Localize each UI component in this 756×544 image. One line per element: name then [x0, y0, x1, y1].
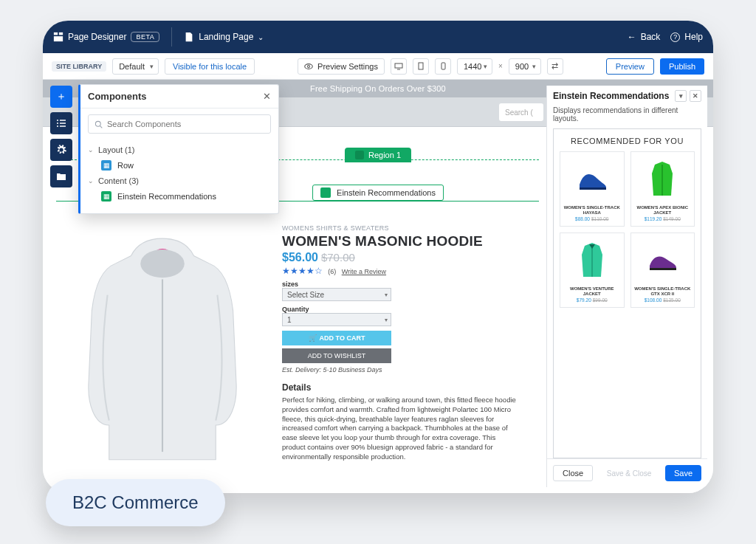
- delivery-estimate: Est. Delivery: 5-10 Business Days: [282, 366, 539, 373]
- size-select[interactable]: Select Size: [282, 288, 391, 301]
- einstein-panel-subtitle: Displays recommendations in different la…: [547, 106, 707, 128]
- publish-button[interactable]: Publish: [660, 58, 704, 75]
- desktop-icon: [394, 63, 403, 70]
- components-panel: Components ✕ ⌄ Layout (1) ▦ Row: [78, 84, 279, 214]
- toolbar: SITE LIBRARY Default Visible for this lo…: [43, 53, 713, 80]
- rail-assets-button[interactable]: [50, 165, 72, 187]
- site-select[interactable]: Default: [112, 58, 159, 75]
- help-icon: ?: [670, 32, 680, 42]
- landing-page-label: Landing Page: [199, 32, 253, 42]
- rec-name: WOMEN'S VENTURE JACKET: [562, 286, 622, 296]
- back-label: Back: [641, 32, 661, 42]
- svg-point-3: [305, 63, 313, 69]
- svg-rect-0: [54, 32, 58, 35]
- chevron-down-icon: ⌄: [88, 177, 94, 185]
- rec-name: WOMEN'S SINGLE-TRACK HAYASA: [562, 205, 622, 215]
- device-tablet-button[interactable]: [413, 58, 429, 75]
- rec-item[interactable]: WOMEN'S SINGLE-TRACK HAYASA $88.00$110.0…: [560, 151, 625, 227]
- close-icon: ✕: [693, 92, 698, 100]
- svg-point-9: [140, 249, 185, 278]
- gear-icon: [56, 145, 66, 155]
- arrow-left-icon: ←: [628, 32, 636, 42]
- content-group[interactable]: ⌄ Content (3): [88, 173, 271, 188]
- rec-name: WOMEN'S SINGLE-TRACK GTX XCR II: [633, 286, 693, 296]
- plus-icon: ＋: [56, 90, 66, 103]
- svg-rect-5: [395, 63, 402, 68]
- rec-item[interactable]: WOMEN'S APEX BIONIC JACKET $119.20$149.0…: [630, 151, 695, 227]
- svg-rect-8: [441, 63, 445, 69]
- product-label-pill: B2C Commerce: [46, 479, 225, 526]
- svg-rect-2: [54, 36, 63, 41]
- add-to-wishlist-button[interactable]: ADD TO WISHLIST: [282, 348, 391, 363]
- eye-icon: [304, 62, 313, 71]
- region-tab[interactable]: Region 1: [345, 148, 411, 162]
- panel-close-footer-button[interactable]: Close: [553, 465, 593, 481]
- svg-point-4: [308, 65, 310, 67]
- einstein-icon: ▦: [101, 191, 111, 202]
- site-library-badge: SITE LIBRARY: [52, 61, 106, 72]
- shoe-icon: [645, 244, 679, 278]
- help-button[interactable]: ? Help: [670, 32, 703, 42]
- search-icon: [94, 120, 103, 128]
- preview-button[interactable]: Preview: [606, 58, 654, 75]
- svg-rect-7: [419, 63, 423, 69]
- beta-badge: BETA: [131, 32, 159, 42]
- page-icon: [184, 32, 194, 42]
- rail-settings-button[interactable]: [50, 139, 72, 161]
- list-icon: [56, 119, 66, 128]
- page-designer-link[interactable]: Page Designer BETA: [53, 32, 159, 42]
- grid-icon: [53, 32, 63, 42]
- rail-add-button[interactable]: ＋: [50, 86, 72, 108]
- product-price: $56.00$70.00: [282, 251, 539, 264]
- rail-structure-button[interactable]: [50, 112, 72, 134]
- rec-name: WOMEN'S APEX BIONIC JACKET: [633, 205, 693, 215]
- component-icon: [320, 187, 331, 198]
- dimension-x: ×: [498, 62, 503, 70]
- phone-icon: [441, 62, 446, 70]
- rec-item[interactable]: WOMEN'S VENTURE JACKET $79.20$99.00: [560, 233, 625, 308]
- preview-settings-button[interactable]: Preview Settings: [298, 58, 385, 75]
- storefront-search[interactable]: Search (: [499, 103, 543, 121]
- sizes-label: sizes: [282, 280, 539, 288]
- close-icon: ✕: [263, 91, 271, 102]
- components-title: Components: [88, 91, 146, 102]
- top-bar: Page Designer BETA Landing Page ⌄ ← Back…: [43, 21, 713, 53]
- jacket-icon: [577, 240, 607, 281]
- svg-rect-1: [59, 32, 63, 35]
- tablet-icon: [418, 62, 424, 70]
- components-search-input[interactable]: [107, 120, 264, 128]
- review-count: (6): [328, 268, 336, 275]
- panel-menu-button[interactable]: ▾: [675, 90, 687, 102]
- svg-point-16: [95, 121, 100, 126]
- folder-icon: [56, 172, 66, 181]
- width-input[interactable]: 1440: [457, 58, 492, 75]
- swap-icon: ⇄: [551, 61, 558, 71]
- height-input[interactable]: 900: [509, 58, 541, 75]
- einstein-component-chip[interactable]: Einstein Recommendations: [312, 185, 444, 201]
- visible-locale-button[interactable]: Visible for this locale: [165, 58, 255, 75]
- rec-item[interactable]: WOMEN'S SINGLE-TRACK GTX XCR II $108.00$…: [630, 233, 695, 308]
- panel-save-button[interactable]: Save: [665, 465, 701, 481]
- quantity-select[interactable]: 1: [282, 313, 391, 326]
- product-title: WOMEN'S MASONIC HOODIE: [282, 233, 539, 249]
- layout-row-item[interactable]: ▦ Row: [88, 157, 271, 173]
- panel-close-button[interactable]: ✕: [690, 90, 701, 102]
- add-to-cart-button[interactable]: 🛒 ADD TO CART: [282, 331, 391, 345]
- breadcrumb: WOMENS SHIRTS & SWEATERS: [282, 224, 539, 232]
- landing-page-dropdown[interactable]: Landing Page ⌄: [184, 32, 264, 42]
- chevron-down-icon: ▾: [679, 92, 683, 100]
- device-desktop-button[interactable]: [391, 58, 407, 75]
- back-button[interactable]: ← Back: [628, 32, 661, 42]
- product-image: [56, 224, 269, 475]
- region-icon: [355, 151, 364, 159]
- quantity-label: Quantity: [282, 306, 539, 313]
- content-einstein-item[interactable]: ▦ Einstein Recommendations: [88, 188, 271, 204]
- cart-icon: 🛒: [309, 334, 317, 342]
- write-review-link[interactable]: Write a Review: [342, 268, 386, 275]
- details-heading: Details: [282, 382, 539, 393]
- close-components-button[interactable]: ✕: [263, 91, 271, 102]
- device-phone-button[interactable]: [435, 58, 451, 75]
- layout-group[interactable]: ⌄ Layout (1): [88, 142, 271, 157]
- swap-dimensions-button[interactable]: ⇄: [547, 58, 563, 75]
- jacket-icon: [647, 159, 677, 200]
